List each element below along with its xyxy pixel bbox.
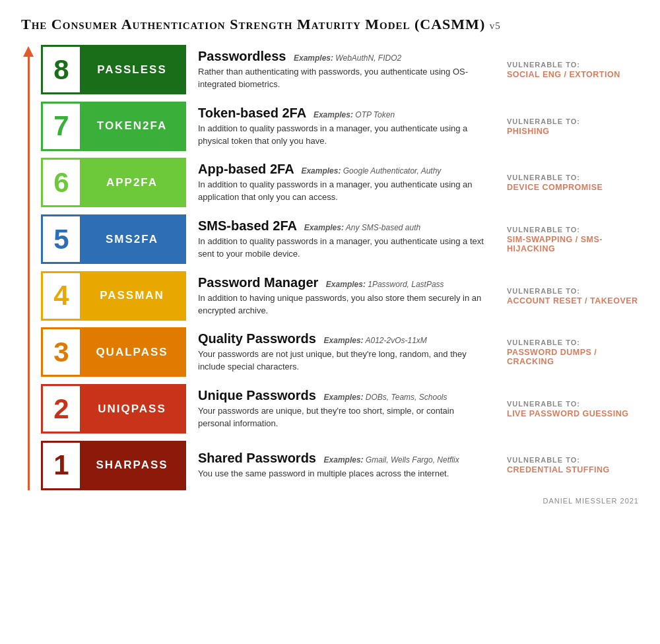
- vuln-label: Vulnerable to:: [507, 61, 639, 69]
- level-row: 2 UNIQPASS Unique Passwords Examples: DO…: [41, 384, 639, 434]
- credit-text: Daniel Miessler 2021: [21, 497, 639, 505]
- level-badge: 1 SHARPASS: [41, 441, 186, 490]
- level-body: Your passwords are unique, but they're t…: [198, 405, 488, 430]
- level-badge: 4 PASSMAN: [41, 271, 186, 321]
- vuln-label: Vulnerable to:: [507, 174, 639, 181]
- level-description: Shared Passwords Examples: Gmail, Wells …: [186, 441, 500, 490]
- level-body: In addition to quality passwords in a ma…: [198, 123, 488, 148]
- level-examples: Examples: Any SMS-based auth: [304, 223, 420, 232]
- level-label: SMS2FA: [80, 216, 184, 262]
- vuln-label: Vulnerable to:: [507, 400, 639, 408]
- vuln-value: Password Dumps / Cracking: [507, 348, 639, 366]
- page-title: The Consumer Authentication Strength Mat…: [21, 16, 639, 33]
- level-body: Rather than authenticating with password…: [198, 66, 488, 91]
- vuln-value: Social Eng / Extortion: [507, 70, 639, 79]
- level-row: 6 APP2FA App-based 2FA Examples: Google …: [41, 158, 639, 208]
- level-badge: 7 TOKEN2FA: [41, 102, 186, 151]
- level-title-text: App-based 2FA: [198, 162, 294, 176]
- level-number: 2: [43, 386, 80, 432]
- level-row: 1 SHARPASS Shared Passwords Examples: Gm…: [41, 441, 639, 490]
- level-number: 1: [43, 443, 80, 488]
- level-row: 4 PASSMAN Password Manager Examples: 1Pa…: [41, 271, 639, 321]
- vulnerability-column: Vulnerable to: Phishing: [500, 102, 639, 152]
- level-title-text: Shared Passwords: [198, 451, 316, 465]
- level-badge: 5 SMS2FA: [41, 214, 186, 264]
- level-title: Password Manager Examples: 1Password, La…: [198, 275, 488, 290]
- level-label: SHARPASS: [80, 443, 184, 488]
- level-body: In addition to having unique passwords, …: [198, 292, 488, 317]
- level-title: Unique Passwords Examples: DOBs, Teams, …: [198, 388, 488, 403]
- level-title-text: Quality Passwords: [198, 331, 316, 346]
- vulnerability-column: Vulnerable to: SIM-Swapping / SMS-Hijack…: [500, 214, 639, 265]
- level-title: App-based 2FA Examples: Google Authentic…: [198, 162, 488, 177]
- level-label: APP2FA: [80, 160, 184, 205]
- vuln-label: Vulnerable to:: [507, 117, 639, 125]
- vuln-value: Account Reset / Takeover: [507, 296, 639, 306]
- level-description: Token-based 2FA Examples: OTP Token In a…: [186, 102, 500, 152]
- level-row: 8 PASSLESS Passwordless Examples: WebAut…: [41, 45, 639, 95]
- level-title-text: Passwordless: [198, 49, 286, 63]
- level-title: SMS-based 2FA Examples: Any SMS-based au…: [198, 218, 488, 234]
- vuln-value: SIM-Swapping / SMS-Hijacking: [507, 235, 639, 253]
- vulnerability-column: Vulnerable to: Live Password Guessing: [500, 384, 639, 434]
- level-number: 7: [43, 104, 80, 149]
- level-label: QUALPASS: [80, 329, 184, 375]
- level-body: In addition to quality passwords in a ma…: [198, 236, 488, 261]
- level-examples: Examples: Gmail, Wells Fargo, Netflix: [324, 455, 459, 465]
- level-examples: Examples: WebAuthN, FIDO2: [294, 53, 401, 63]
- level-row: 5 SMS2FA SMS-based 2FA Examples: Any SMS…: [41, 214, 639, 265]
- level-body: Your passwords are not just unique, but …: [198, 348, 488, 373]
- level-badge: 6 APP2FA: [41, 158, 186, 207]
- level-examples: Examples: Google Authenticator, Authy: [301, 166, 441, 176]
- vuln-value: Phishing: [507, 127, 639, 136]
- vuln-label: Vulnerable to:: [507, 456, 639, 464]
- level-title: Token-based 2FA Examples: OTP Token: [198, 106, 488, 121]
- level-description: Quality Passwords Examples: A012-2vOs-11…: [186, 327, 500, 377]
- level-number: 8: [43, 47, 80, 92]
- level-title-text: Token-based 2FA: [198, 106, 306, 120]
- vuln-value: Live Password Guessing: [507, 409, 639, 418]
- level-description: App-based 2FA Examples: Google Authentic…: [186, 158, 500, 208]
- levels-list: 8 PASSLESS Passwordless Examples: WebAut…: [41, 45, 639, 490]
- level-number: 4: [43, 273, 80, 319]
- level-label: PASSMAN: [80, 273, 184, 319]
- level-title: Passwordless Examples: WebAuthN, FIDO2: [198, 49, 488, 64]
- level-title-text: Password Manager: [198, 275, 318, 290]
- level-row: 7 TOKEN2FA Token-based 2FA Examples: OTP…: [41, 102, 639, 152]
- level-description: Unique Passwords Examples: DOBs, Teams, …: [186, 384, 500, 434]
- level-examples: Examples: A012-2vOs-11xM: [324, 336, 427, 345]
- level-label: PASSLESS: [80, 47, 184, 92]
- level-number: 6: [43, 160, 80, 205]
- level-badge: 3 QUALPASS: [41, 327, 186, 377]
- level-title: Shared Passwords Examples: Gmail, Wells …: [198, 451, 488, 466]
- level-row: 3 QUALPASS Quality Passwords Examples: A…: [41, 327, 639, 377]
- level-examples: Examples: 1Password, LastPass: [326, 280, 444, 289]
- level-examples: Examples: DOBs, Teams, Schools: [324, 393, 447, 402]
- vuln-label: Vulnerable to:: [507, 287, 639, 295]
- level-number: 5: [43, 216, 80, 262]
- vulnerability-column: Vulnerable to: Credential Stuffing: [500, 441, 639, 490]
- level-arrow: [21, 45, 36, 490]
- vulnerability-column: Vulnerable to: Account Reset / Takeover: [500, 271, 639, 321]
- vulnerability-column: Vulnerable to: Social Eng / Extortion: [500, 45, 639, 95]
- level-description: Passwordless Examples: WebAuthN, FIDO2 R…: [186, 45, 500, 95]
- level-badge: 2 UNIQPASS: [41, 384, 186, 434]
- vuln-value: Credential Stuffing: [507, 465, 639, 474]
- level-number: 3: [43, 329, 80, 375]
- vulnerability-column: Vulnerable to: Password Dumps / Cracking: [500, 327, 639, 377]
- level-description: Password Manager Examples: 1Password, La…: [186, 271, 500, 321]
- level-title-text: SMS-based 2FA: [198, 218, 296, 233]
- level-label: TOKEN2FA: [80, 104, 184, 149]
- level-description: SMS-based 2FA Examples: Any SMS-based au…: [186, 214, 500, 265]
- level-body: You use the same password in multiple pl…: [198, 468, 488, 480]
- level-body: In addition to quality passwords in a ma…: [198, 179, 488, 204]
- vuln-value: Device Compromise: [507, 183, 639, 192]
- vuln-label: Vulnerable to:: [507, 226, 639, 234]
- level-badge: 8 PASSLESS: [41, 45, 186, 94]
- arrow-line: [28, 57, 30, 490]
- level-title-text: Unique Passwords: [198, 388, 316, 402]
- vulnerability-column: Vulnerable to: Device Compromise: [500, 158, 639, 208]
- level-title: Quality Passwords Examples: A012-2vOs-11…: [198, 331, 488, 346]
- vuln-label: Vulnerable to:: [507, 338, 639, 346]
- level-label: UNIQPASS: [80, 386, 184, 432]
